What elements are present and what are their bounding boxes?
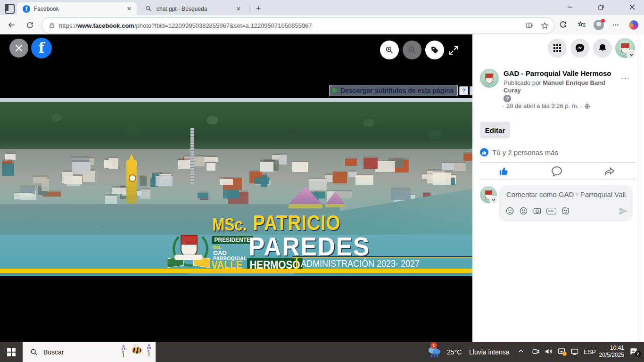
notification-center-button[interactable]: 2 (629, 347, 638, 356)
apps-menu-button[interactable] (548, 39, 567, 58)
tab-actions-icon[interactable] (5, 4, 15, 14)
zoom-in-button[interactable] (380, 41, 399, 59)
split-screen-icon[interactable] (524, 20, 535, 31)
photo-viewer: MSc. PATRICIO PRESIDENTE DEL GAD PARROQU… (0, 34, 472, 342)
camera-icon[interactable] (533, 206, 542, 215)
search-icon (30, 348, 38, 356)
search-favicon (145, 5, 153, 13)
page-name[interactable]: GAD - Parroquial Valle Hermoso (504, 69, 611, 77)
favorite-star-icon[interactable] (539, 20, 550, 31)
campaign-degree: MSc. (212, 215, 247, 235)
comment-icon (551, 165, 562, 177)
tray-meetnow-icon[interactable] (532, 347, 540, 355)
tray-clock[interactable]: 10:41 20/5/2025 (598, 345, 624, 359)
messenger-icon (575, 43, 585, 53)
share-button[interactable] (586, 163, 633, 179)
new-tab-button[interactable]: + (253, 3, 264, 14)
like-button[interactable] (480, 163, 528, 179)
tab-title: chat gpt - Búsqueda (157, 6, 235, 12)
send-comment-button[interactable] (619, 206, 628, 216)
like-badge-icon (480, 148, 488, 156)
sticker-icon[interactable] (561, 206, 570, 215)
facebook-logo[interactable]: f (31, 38, 52, 58)
campaign-administration: ADMINISTRACIÓN 2023- 2027 (296, 258, 420, 269)
tab-title: Facebook (34, 6, 125, 12)
photo-image[interactable]: MSc. PATRICIO PRESIDENTE DEL GAD PARROQU… (0, 98, 472, 276)
fullscreen-icon[interactable] (448, 45, 459, 56)
refresh-button[interactable] (24, 19, 36, 31)
photo-yellow-stripe (0, 269, 472, 273)
window-restore-button[interactable] (590, 0, 612, 14)
tray-volume-icon[interactable] (545, 347, 553, 355)
tag-photo-button[interactable] (425, 41, 444, 59)
sidebar-scrollbar[interactable] (640, 34, 640, 342)
tab-separator (249, 5, 249, 12)
screenshare-badge (562, 352, 567, 356)
tray-network-icon[interactable] (570, 347, 579, 356)
thumbs-up-icon (499, 166, 509, 176)
likes-summary-row[interactable]: Tú y 2 personas más (480, 148, 558, 156)
weather-badge: 1 (430, 342, 437, 349)
globe-icon (584, 103, 590, 109)
subtitle-banner: Descargar subtítulos de esta página ? X (329, 85, 472, 96)
commenter-avatar[interactable] (480, 186, 497, 203)
likes-summary-text: Tú y 2 personas más (492, 148, 558, 156)
weather-desc[interactable]: Lluvia intensa (469, 348, 510, 356)
screen: f Facebook ✕ chat gpt - Búsqueda ✕ + htt… (0, 0, 644, 362)
gif-icon[interactable]: GIF (546, 208, 556, 214)
tray-screenshare-icon[interactable] (557, 347, 566, 356)
account-avatar-button[interactable] (615, 38, 635, 58)
bell-icon (597, 43, 608, 53)
lock-icon (49, 22, 55, 29)
browser-menu-icon[interactable] (610, 19, 621, 31)
windows-logo-icon (7, 348, 16, 356)
window-minimize-button[interactable] (559, 0, 581, 14)
avatar-sticker-icon[interactable] (505, 206, 514, 215)
search-decoration (120, 343, 153, 361)
notifications-button[interactable] (593, 39, 612, 58)
back-button[interactable] (6, 19, 18, 31)
divider (480, 180, 636, 180)
tab-facebook[interactable]: f Facebook ✕ (17, 2, 137, 15)
emoji-icon[interactable] (519, 206, 528, 215)
apps-grid-icon (553, 44, 561, 52)
photo-forest (0, 102, 472, 155)
campaign-rule (292, 256, 472, 258)
subtitle-banner-pill[interactable]: Descargar subtítulos de esta página (329, 85, 458, 96)
bee-icon (132, 347, 141, 354)
post-more-button[interactable]: … (620, 71, 631, 82)
address-bar[interactable]: https://www.facebook.com/photo?fbid=1220… (41, 17, 554, 33)
tray-language[interactable]: ESP (584, 348, 596, 355)
window-close-button[interactable] (621, 0, 643, 14)
extensions-icon[interactable] (558, 19, 569, 31)
facebook-favicon: f (23, 5, 30, 13)
url-text: https://www.facebook.com/photo?fbid=1220… (59, 22, 524, 29)
search-placeholder: Buscar (43, 348, 64, 356)
campaign-coat-of-arms (166, 230, 211, 273)
copilot-icon[interactable] (628, 19, 639, 31)
favorites-bar-icon[interactable] (576, 19, 587, 31)
comment-toolbar: GIF (505, 206, 570, 215)
edit-post-button[interactable]: Editar (480, 122, 510, 139)
campaign-gad: GAD (213, 249, 227, 256)
weather-widget-icon[interactable]: 1 (427, 344, 443, 360)
weather-temp[interactable]: 25°C (447, 348, 462, 356)
page-avatar[interactable] (480, 69, 499, 88)
tray-time: 10:41 (598, 345, 624, 352)
post-timestamp[interactable]: · 28 de abril a las 3:26 p. m. · (503, 102, 590, 110)
help-question-icon[interactable]: ? (504, 95, 511, 102)
messenger-button[interactable] (570, 39, 589, 58)
chevron-down-icon (627, 49, 636, 59)
tab-close-icon[interactable]: ✕ (235, 5, 242, 13)
tab-close-icon[interactable]: ✕ (125, 5, 133, 13)
start-button[interactable] (0, 342, 23, 362)
comment-button[interactable] (533, 163, 580, 179)
taskbar-search[interactable]: Buscar (23, 342, 156, 362)
close-photo-button[interactable] (9, 39, 28, 58)
zoom-out-button[interactable] (403, 41, 421, 59)
tray-chevron-icon[interactable] (518, 348, 524, 354)
photo-antenna-tower (190, 128, 194, 184)
subtitle-banner-help-button[interactable]: ? (459, 86, 468, 95)
profile-avatar-icon[interactable] (593, 19, 604, 31)
tab-chatgpt-search[interactable]: chat gpt - Búsqueda ✕ (140, 2, 246, 15)
